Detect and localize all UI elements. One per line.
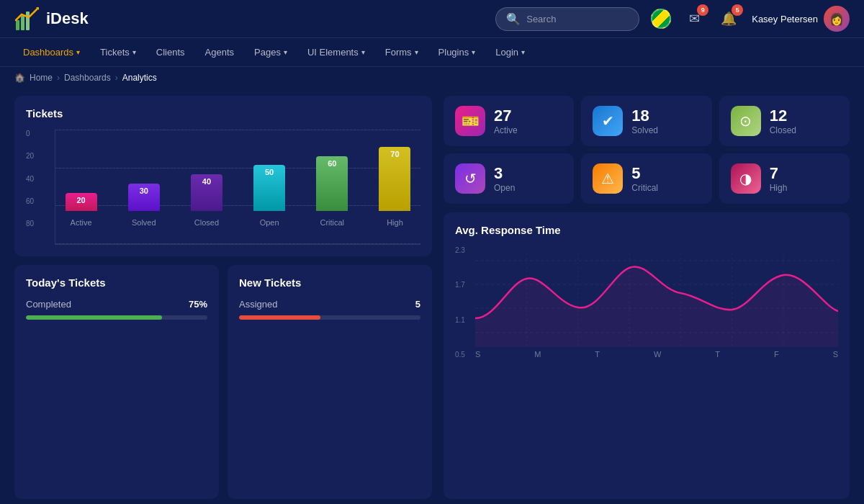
nav-item-login[interactable]: Login▾ bbox=[487, 42, 534, 62]
right-panel: 🎫 27 Active ✔ 18 Solved ⊙ 12 Closed ↺ 3 … bbox=[444, 96, 850, 499]
bar-group-open: 50 Open bbox=[244, 165, 295, 227]
stat-card-open[interactable]: ↺ 3 Open bbox=[444, 153, 574, 204]
bar-group-critical: 60 Critical bbox=[307, 156, 358, 227]
nav-arrow-icon: ▾ bbox=[76, 48, 80, 56]
new-tickets-title: New Tickets bbox=[239, 276, 420, 289]
stat-card-icon: ⊙ bbox=[731, 106, 761, 136]
svg-rect-1 bbox=[21, 16, 24, 30]
completed-progress-fill bbox=[26, 315, 162, 320]
chart-bars: 20 Active 30 Solved 40 Closed 50 Open 60… bbox=[55, 130, 420, 245]
bar-label: Critical bbox=[320, 218, 344, 227]
nav-item-clients[interactable]: Clients bbox=[148, 42, 194, 62]
stat-card-critical[interactable]: ⚠ 5 Critical bbox=[581, 153, 711, 204]
breadcrumb-home[interactable]: Home bbox=[30, 73, 53, 83]
stat-card-info: 18 Solved bbox=[631, 107, 658, 135]
nav-arrow-icon: ▾ bbox=[132, 48, 136, 56]
bell-button[interactable]: 🔔 5 bbox=[717, 7, 740, 30]
assigned-row: Assigned 5 bbox=[239, 299, 420, 310]
bottom-row: Today's Tickets Completed 75% New Ticket… bbox=[14, 265, 432, 499]
stat-card-label: Closed bbox=[770, 125, 796, 135]
bar-label: High bbox=[387, 218, 403, 227]
bar-high: 70 bbox=[379, 147, 410, 211]
avatar: 👩 bbox=[824, 6, 850, 32]
chart-y-labels: 80 60 40 20 0 bbox=[26, 130, 34, 245]
left-panel: Tickets 80 60 40 20 0 bbox=[14, 96, 432, 499]
nav-arrow-icon: ▾ bbox=[361, 48, 365, 56]
stat-card-label: High bbox=[770, 183, 788, 193]
nav-arrow-icon: ▾ bbox=[521, 48, 525, 56]
nav-item-agents[interactable]: Agents bbox=[197, 42, 243, 62]
bar-group-high: 70 High bbox=[369, 147, 420, 227]
assigned-progress-bg bbox=[239, 315, 420, 320]
nav-item-pages[interactable]: Pages▾ bbox=[246, 42, 296, 62]
today-tickets-title: Today's Tickets bbox=[26, 276, 207, 289]
nav-item-forms[interactable]: Forms▾ bbox=[377, 42, 427, 62]
stat-card-number: 7 bbox=[770, 164, 788, 183]
bar-value: 20 bbox=[76, 196, 85, 204]
search-box[interactable]: 🔍 bbox=[495, 7, 639, 31]
stat-card-number: 18 bbox=[631, 107, 658, 125]
stat-card-closed[interactable]: ⊙ 12 Closed bbox=[719, 96, 850, 146]
nav-arrow-icon: ▾ bbox=[472, 48, 475, 56]
bar-solved: 30 bbox=[128, 184, 160, 211]
bar-label: Open bbox=[260, 218, 279, 227]
stat-card-high[interactable]: ◑ 7 High bbox=[719, 153, 850, 204]
stat-card-info: 5 Critical bbox=[631, 164, 658, 193]
stat-card-label: Solved bbox=[631, 125, 658, 135]
breadcrumb: 🏠 Home › Dashboards › Analytics bbox=[0, 67, 864, 89]
search-input[interactable] bbox=[526, 14, 629, 24]
logo-icon bbox=[14, 6, 40, 32]
stat-card-solved[interactable]: ✔ 18 Solved bbox=[581, 96, 711, 146]
avg-y-labels: 2.3 1.7 1.1 0.5 bbox=[455, 246, 465, 359]
mail-button[interactable]: ✉ 9 bbox=[683, 7, 706, 30]
stat-card-info: 3 Open bbox=[494, 164, 515, 193]
search-icon: 🔍 bbox=[506, 12, 521, 26]
bar-label: Solved bbox=[132, 218, 156, 227]
stat-card-number: 3 bbox=[494, 164, 515, 183]
bar-value: 60 bbox=[328, 159, 336, 168]
bar-label: Active bbox=[71, 218, 92, 227]
bar-value: 40 bbox=[202, 177, 211, 186]
breadcrumb-current: Analytics bbox=[122, 73, 157, 83]
header: iDesk 🔍 ✉ 9 🔔 5 Kasey Petersen 👩 bbox=[0, 0, 864, 38]
stat-card-info: 12 Closed bbox=[770, 107, 796, 135]
new-tickets-card: New Tickets Assigned 5 bbox=[228, 265, 432, 499]
completed-row: Completed 75% bbox=[26, 299, 207, 310]
svg-rect-0 bbox=[16, 20, 19, 30]
stat-card-icon: ⚠ bbox=[593, 163, 623, 194]
bell-badge: 5 bbox=[732, 4, 743, 16]
bar-group-solved: 30 Solved bbox=[118, 184, 169, 227]
today-tickets-card: Today's Tickets Completed 75% bbox=[14, 265, 219, 499]
completed-progress-bg bbox=[26, 315, 207, 320]
nav-item-tickets[interactable]: Tickets▾ bbox=[91, 42, 145, 62]
breadcrumb-dashboards[interactable]: Dashboards bbox=[64, 73, 111, 83]
completed-label: Completed bbox=[26, 299, 71, 310]
stat-card-active[interactable]: 🎫 27 Active bbox=[444, 96, 574, 146]
nav-item-dashboards[interactable]: Dashboards▾ bbox=[14, 42, 89, 62]
avg-line-svg bbox=[475, 253, 838, 347]
bar-value: 70 bbox=[390, 150, 399, 158]
mail-badge: 9 bbox=[697, 4, 708, 16]
stat-card-label: Critical bbox=[631, 183, 658, 193]
stat-card-number: 12 bbox=[770, 107, 796, 125]
nav-item-ui-elements[interactable]: UI Elements▾ bbox=[299, 42, 374, 62]
avg-x-labels: S M T W T F S bbox=[475, 347, 838, 359]
bar-critical: 60 bbox=[316, 156, 348, 211]
chart-area: 80 60 40 20 0 20 Active 3 bbox=[26, 130, 420, 245]
nav-item-plugins[interactable]: Plugins▾ bbox=[430, 42, 485, 62]
stat-card-icon: ◑ bbox=[731, 163, 761, 194]
logo[interactable]: iDesk bbox=[14, 6, 89, 32]
tickets-card: Tickets 80 60 40 20 0 bbox=[14, 96, 432, 256]
nav-items-container: Dashboards▾Tickets▾ClientsAgentsPages▾UI… bbox=[14, 42, 534, 62]
avg-response-card: Avg. Response Time 2.3 1.7 1.1 0.5 bbox=[444, 212, 850, 499]
assigned-value: 5 bbox=[415, 299, 420, 310]
stat-cards-grid: 🎫 27 Active ✔ 18 Solved ⊙ 12 Closed ↺ 3 … bbox=[444, 96, 850, 204]
bar-group-closed: 40 Closed bbox=[181, 174, 232, 227]
user-name: Kasey Petersen bbox=[752, 14, 818, 24]
tickets-title: Tickets bbox=[26, 107, 420, 120]
bar-label: Closed bbox=[194, 218, 219, 227]
bar-group-active: 20 Active bbox=[55, 193, 107, 227]
user-info[interactable]: Kasey Petersen 👩 bbox=[752, 6, 850, 32]
stat-card-info: 27 Active bbox=[494, 107, 518, 135]
flag-icon[interactable] bbox=[651, 9, 671, 29]
